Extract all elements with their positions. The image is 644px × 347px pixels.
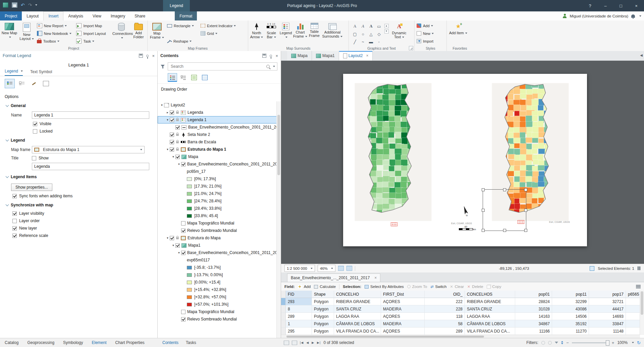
bottom-tab-element[interactable]: Element bbox=[92, 340, 106, 345]
visibility-checkbox[interactable] bbox=[181, 221, 185, 226]
table-row[interactable]: 295PolygonVILA FRANCA DO CA...AÇORES289V… bbox=[281, 328, 640, 335]
table-row[interactable]: 1PolygonCÂMARA DE LOBOSMADEIRA58CÂMARA D… bbox=[281, 320, 640, 328]
table-cell[interactable]: CÂMARA DE LOBOS bbox=[465, 320, 515, 328]
resize-handle[interactable] bbox=[503, 229, 506, 232]
bottom-tab-chart-properties[interactable]: Chart Properties bbox=[115, 340, 145, 345]
close-button[interactable]: × bbox=[629, 0, 644, 11]
legend-swatch-row[interactable]: ]33.8%; 45.4] bbox=[158, 212, 277, 219]
collapse-pane-icon[interactable]: ◀ bbox=[640, 53, 643, 57]
user-name[interactable]: Miguel (Universidade de Coimbra) bbox=[570, 14, 629, 18]
tree-item[interactable]: ▸Legenda bbox=[158, 109, 277, 116]
column-header[interactable]: OID_ bbox=[425, 291, 465, 298]
table-cell[interactable]: 32299 bbox=[552, 298, 589, 305]
table-cell[interactable] bbox=[626, 328, 640, 335]
close-table-icon[interactable]: × bbox=[374, 276, 377, 280]
view-drawing-order-icon[interactable] bbox=[168, 73, 177, 82]
undo-icon[interactable]: ↶ bbox=[21, 3, 25, 7]
previous-record-button[interactable]: ◀ bbox=[306, 341, 309, 344]
table-cell[interactable]: SANTA CRUZ bbox=[465, 305, 515, 313]
column-header[interactable]: pop11 bbox=[552, 291, 589, 298]
visibility-checkbox[interactable] bbox=[170, 236, 174, 240]
scale-select[interactable]: 1:2 500 000 bbox=[284, 265, 315, 272]
tree-item[interactable]: Barra de Escala bbox=[158, 138, 277, 146]
zoom-in-icon[interactable]: + bbox=[612, 340, 614, 345]
save-icon[interactable] bbox=[12, 2, 17, 8]
legend-swatch-row[interactable]: ]21.0%; 24.7%] bbox=[158, 190, 277, 197]
row-selector[interactable] bbox=[281, 298, 286, 305]
close-panel-icon[interactable]: × bbox=[275, 54, 278, 58]
add-item-button[interactable]: Add Item bbox=[447, 22, 469, 35]
import-map-button[interactable]: Import Map bbox=[75, 22, 112, 30]
legend-name-input[interactable] bbox=[32, 111, 149, 119]
column-header[interactable]: p6565 bbox=[626, 291, 640, 298]
dock-panel-icon[interactable] bbox=[139, 54, 143, 58]
legend-swatch-row[interactable]: ]+15.4%; +32.8%] bbox=[158, 286, 277, 293]
resize-handle[interactable] bbox=[482, 209, 485, 212]
section-general[interactable]: General bbox=[0, 102, 157, 109]
pause-drawing-icon[interactable] bbox=[638, 266, 639, 270]
table-cell[interactable]: 43086 bbox=[552, 305, 589, 313]
table-cell[interactable]: MADEIRA bbox=[381, 320, 425, 328]
table-cell[interactable]: CÂMARA DE LOBOS bbox=[334, 320, 381, 328]
zoom-slider[interactable] bbox=[572, 342, 609, 343]
visible-checkbox[interactable]: Visible bbox=[33, 121, 157, 126]
table-cell[interactable]: 44417 bbox=[589, 305, 626, 313]
row-selector[interactable] bbox=[281, 305, 286, 313]
graphic-tool-icon[interactable]: A bbox=[367, 22, 375, 30]
legend-swatch-row[interactable]: ]24.7%; 28.4%] bbox=[158, 197, 277, 205]
new-report-button[interactable]: New Report bbox=[36, 22, 75, 30]
search-box[interactable] bbox=[168, 62, 277, 70]
legend-swatch-row[interactable]: ]+32.8%; +57.0%] bbox=[158, 293, 277, 301]
first-record-button[interactable]: |◀ bbox=[300, 341, 304, 344]
graphic-tool-icon[interactable]: ▬ bbox=[367, 38, 375, 46]
graphic-tool-icon[interactable]: A bbox=[359, 22, 367, 30]
visibility-checkbox[interactable] bbox=[181, 317, 185, 321]
zoom-level[interactable]: 100% bbox=[617, 340, 628, 345]
legend-swatch-row[interactable]: ]-13.7%; 0.00%] bbox=[158, 271, 277, 279]
legend-swatch-row[interactable]: ]+57.0%; +101.3%] bbox=[158, 301, 277, 308]
table-cell[interactable]: Polygon bbox=[312, 305, 334, 313]
tree-item[interactable]: ▾Estrutura do Mapa bbox=[158, 234, 277, 242]
table-cell[interactable]: 11166 bbox=[515, 328, 552, 335]
tab-share[interactable]: Share bbox=[130, 11, 150, 20]
project-icon[interactable] bbox=[3, 2, 8, 8]
resize-handle[interactable] bbox=[524, 229, 527, 232]
visibility-checkbox[interactable] bbox=[181, 229, 185, 233]
column-header[interactable]: FID bbox=[286, 291, 312, 298]
view-tab-mapa[interactable]: Mapa bbox=[287, 51, 312, 60]
resize-handle[interactable] bbox=[482, 188, 485, 191]
table-cell[interactable]: 293 bbox=[286, 298, 312, 305]
table-cell[interactable]: 118 bbox=[425, 313, 465, 320]
new-notebook-button[interactable]: New Notebook bbox=[36, 30, 75, 37]
table-cell[interactable]: RIBEIRA GRANDE bbox=[334, 298, 381, 305]
task-button[interactable]: Task bbox=[75, 37, 112, 45]
auto-filter-icon[interactable] bbox=[548, 341, 552, 345]
resize-handle[interactable] bbox=[524, 209, 527, 212]
table-cell[interactable]: AÇORES bbox=[381, 313, 425, 320]
table-cell[interactable]: 289 bbox=[425, 328, 465, 335]
new-layout-button[interactable]: New Layout bbox=[18, 22, 36, 41]
table-cell[interactable]: LAGOA RAA bbox=[465, 313, 515, 320]
table-view-icon[interactable] bbox=[284, 341, 289, 345]
pin-panel-icon[interactable] bbox=[146, 55, 149, 57]
graphic-tool-icon[interactable]: ○ bbox=[359, 30, 367, 38]
bottom-tab-symbology[interactable]: Symbology bbox=[63, 340, 83, 345]
tree-item[interactable]: ▾Base_Envelhecimento_Concelhos_2001_2011… bbox=[158, 249, 277, 256]
row-selector[interactable] bbox=[281, 320, 286, 328]
resize-handle[interactable] bbox=[524, 188, 527, 191]
dock-panel-icon[interactable] bbox=[262, 54, 266, 58]
expander-icon[interactable]: ▾ bbox=[171, 244, 175, 247]
pin-panel-icon[interactable] bbox=[270, 55, 272, 57]
form-view-icon[interactable] bbox=[292, 341, 297, 345]
select-by-attributes-button[interactable]: Select By Attributes bbox=[365, 285, 404, 289]
refresh-filter-icon[interactable] bbox=[541, 341, 545, 345]
next-record-button[interactable]: ▶ bbox=[312, 341, 314, 344]
reshape-button[interactable]: Reshape bbox=[166, 37, 199, 45]
maximize-button[interactable]: □ bbox=[613, 0, 629, 11]
search-input[interactable] bbox=[170, 64, 264, 69]
visibility-checkbox[interactable] bbox=[170, 147, 174, 152]
customize-toolbar-caret-icon[interactable] bbox=[35, 4, 37, 6]
expander-icon[interactable]: ▾ bbox=[165, 236, 170, 240]
help-button[interactable]: ? bbox=[582, 0, 598, 11]
placement-tab-icon[interactable] bbox=[41, 79, 51, 88]
